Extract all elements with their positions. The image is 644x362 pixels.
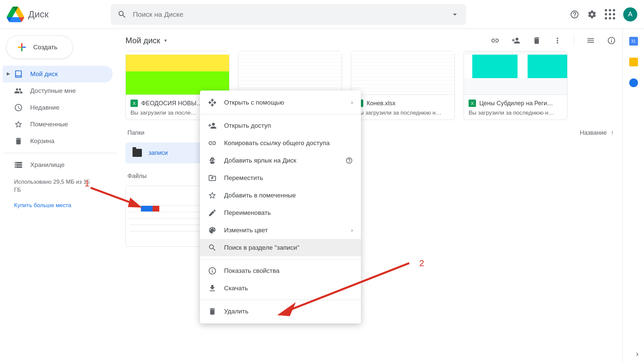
move-folder-icon <box>208 174 217 182</box>
list-view-icon[interactable] <box>586 36 595 45</box>
storage-icon <box>14 161 23 169</box>
storage-label: Хранилище <box>30 161 65 169</box>
person-add-icon <box>208 121 217 130</box>
dropdown-caret-icon: ▼ <box>164 38 168 43</box>
sort-button[interactable]: Название ↑ <box>580 129 614 136</box>
avatar[interactable]: A <box>623 7 637 21</box>
file-card[interactable]: XЦены Субдилер на Реги… Вы загрузили за … <box>464 51 568 120</box>
sidebar-item-my-drive[interactable]: Мой диск <box>3 66 113 82</box>
arrow-up-icon: ↑ <box>611 129 614 136</box>
chevron-right-icon: › <box>351 227 353 233</box>
calendar-icon[interactable]: 31 <box>629 37 638 46</box>
breadcrumb-label: Мой диск <box>125 36 160 45</box>
expand-rail-icon[interactable]: › <box>636 349 639 359</box>
link-icon <box>208 139 217 147</box>
delete-icon[interactable] <box>532 36 541 45</box>
search-input[interactable] <box>133 10 450 18</box>
menu-add-star[interactable]: Добавить в помеченные <box>200 187 361 204</box>
menu-label: Переименовать <box>224 209 271 217</box>
product-name: Диск <box>28 9 49 20</box>
open-with-icon <box>208 98 217 107</box>
file-thumbnail <box>464 51 567 95</box>
settings-icon[interactable] <box>587 10 597 19</box>
menu-label: Копировать ссылку общего доступа <box>224 139 330 147</box>
search-options-icon[interactable] <box>450 10 460 19</box>
more-icon[interactable] <box>553 36 562 45</box>
menu-label: Открыть доступ <box>224 122 271 129</box>
create-button[interactable]: Создать <box>6 36 73 59</box>
sidebar-item-storage[interactable]: Хранилище <box>3 157 113 173</box>
section-folders: Папки <box>127 129 145 136</box>
sidebar-item-trash[interactable]: Корзина <box>3 133 113 149</box>
menu-search-in[interactable]: Поиск в разделе "записи" <box>200 239 361 256</box>
menu-rename[interactable]: Переименовать <box>200 204 361 222</box>
xlsx-icon: X <box>469 100 476 107</box>
get-link-icon[interactable] <box>491 36 499 45</box>
keep-icon[interactable] <box>629 58 638 66</box>
context-menu: Открыть с помощью › Открыть доступ Копир… <box>200 90 361 323</box>
menu-copy-link[interactable]: Копировать ссылку общего доступа <box>200 134 361 152</box>
star-icon <box>14 120 23 129</box>
drive-shortcut-icon <box>208 156 217 165</box>
search-bar[interactable] <box>111 4 466 25</box>
menu-label: Открыть с помощью <box>224 99 284 106</box>
info-icon <box>208 266 217 275</box>
create-label: Создать <box>33 44 57 51</box>
shared-icon <box>14 86 23 95</box>
menu-add-shortcut[interactable]: Добавить ярлык на Диск <box>200 152 361 169</box>
xlsx-icon: X <box>130 100 138 107</box>
menu-share[interactable]: Открыть доступ <box>200 117 361 134</box>
sort-label: Название <box>580 129 607 136</box>
menu-label: Скачать <box>224 285 248 292</box>
palette-icon <box>208 226 217 235</box>
star-outline-icon <box>208 191 217 200</box>
drive-logo-icon <box>7 6 24 23</box>
download-icon <box>208 284 217 293</box>
sidebar-item-label: Доступные мне <box>30 87 76 95</box>
sidebar-item-label: Недавние <box>30 104 59 111</box>
menu-download[interactable]: Скачать <box>200 280 361 297</box>
file-thumbnail <box>351 51 454 95</box>
menu-label: Удалить <box>224 308 249 315</box>
search-icon <box>117 10 127 19</box>
tasks-icon[interactable] <box>629 78 638 87</box>
file-subtitle: Вы загрузили за последнюю н… <box>356 110 450 116</box>
sidebar-item-label: Помеченные <box>30 121 68 128</box>
help-circle-icon[interactable] <box>345 157 353 164</box>
expand-caret-icon[interactable]: ▶ <box>7 71 10 76</box>
menu-change-color[interactable]: Изменить цвет › <box>200 222 361 239</box>
trash-icon <box>14 137 23 145</box>
file-name: Цены Субдилер на Реги… <box>479 100 553 107</box>
breadcrumb[interactable]: Мой диск ▼ <box>125 36 167 45</box>
menu-details[interactable]: Показать свойства <box>200 262 361 280</box>
sidebar-item-shared[interactable]: Доступные мне <box>3 82 113 99</box>
file-card[interactable]: XКонев.xlsx Вы загрузили за последнюю н… <box>351 51 455 120</box>
search-icon <box>208 243 217 252</box>
clock-icon <box>14 103 23 112</box>
sidebar-item-label: Корзина <box>30 137 54 145</box>
menu-label: Изменить цвет <box>224 227 268 234</box>
folder-name: записи <box>149 149 168 157</box>
folder-icon <box>132 149 142 157</box>
menu-open-with[interactable]: Открыть с помощью › <box>200 94 361 111</box>
apps-icon[interactable] <box>605 9 615 19</box>
plus-icon <box>16 41 28 53</box>
edit-icon <box>208 208 217 217</box>
file-subtitle: Вы загрузили за последнюю н… <box>469 110 562 116</box>
sidebar-item-starred[interactable]: Помеченные <box>3 116 113 133</box>
menu-label: Поиск в разделе "записи" <box>224 244 299 251</box>
help-icon[interactable] <box>570 10 579 19</box>
menu-delete[interactable]: Удалить <box>200 303 361 320</box>
drive-icon <box>14 70 23 78</box>
file-thumbnail <box>126 51 229 95</box>
menu-label: Добавить в помеченные <box>224 192 296 199</box>
sidebar-item-recent[interactable]: Недавние <box>3 99 113 116</box>
chevron-right-icon: › <box>351 100 353 106</box>
menu-move[interactable]: Переместить <box>200 169 361 187</box>
file-name: ФЕОДОСИЯ НОВЫ… <box>141 100 202 107</box>
buy-storage-link[interactable]: Купить больше места <box>14 202 117 209</box>
share-icon[interactable] <box>512 36 520 45</box>
sidebar-item-label: Мой диск <box>30 70 58 78</box>
menu-label: Показать свойства <box>224 267 279 275</box>
info-icon[interactable] <box>607 36 616 45</box>
